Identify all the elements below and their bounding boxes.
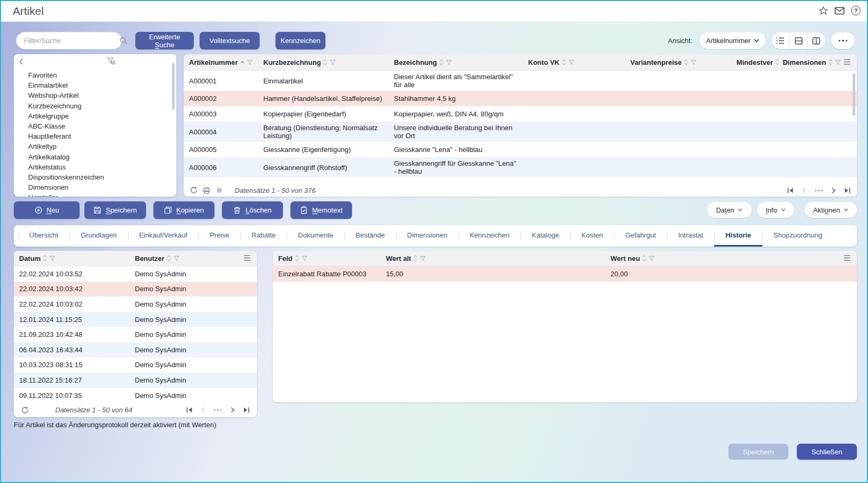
next-page-icon[interactable] <box>831 188 836 193</box>
tree-item[interactable]: › Artikeltyp <box>14 141 176 151</box>
mail-icon[interactable] <box>835 6 845 15</box>
table-row[interactable]: A000005 Giesskanne (Eigenfertigung) Gies… <box>184 142 857 157</box>
table-row[interactable]: 22.02.2024 10:03:52 Demo SysAdmin <box>14 266 257 282</box>
filter-clear-icon[interactable] <box>107 57 115 66</box>
first-page-icon[interactable] <box>186 407 193 413</box>
help-icon[interactable] <box>851 6 861 15</box>
fulltext-search-button[interactable]: Volltextsuche <box>200 32 260 49</box>
tab[interactable]: Kosten <box>570 225 614 247</box>
next-page-icon[interactable] <box>230 407 235 413</box>
column-menu-icon[interactable] <box>844 58 850 66</box>
column-header-kurzbezeichnung[interactable]: Kurzbezeichnung <box>263 58 394 66</box>
tree-item[interactable]: › Favoriten <box>14 70 176 80</box>
column-header-feld[interactable]: Feld <box>278 255 386 262</box>
info-menu-button[interactable]: Info <box>757 202 794 218</box>
column-header-wert-neu[interactable]: Wert neu <box>611 255 844 262</box>
tab[interactable]: Intrastat <box>667 225 714 247</box>
column-header-benutzer[interactable]: Benutzer <box>135 255 179 262</box>
tab[interactable]: Bestände <box>345 225 396 247</box>
tab[interactable]: Historie <box>714 225 762 247</box>
table-row[interactable]: 10.03.2023 08:31:15 Demo SysAdmin <box>14 358 257 373</box>
tree-item[interactable]: › Einmalartikel <box>14 80 176 90</box>
tab[interactable]: Grundlagen <box>70 225 128 247</box>
column-header-datum[interactable]: Datum <box>19 255 135 262</box>
tree-item[interactable]: › Kurzbezeichnung <box>14 101 176 111</box>
tree-scrollbar[interactable] <box>172 63 175 109</box>
save-footer-button[interactable]: Speichern <box>728 444 788 460</box>
table-row[interactable]: 22.02.2024 10:03:42 Demo SysAdmin <box>14 282 257 297</box>
table-row[interactable]: Einzelrabatt Rabatte P00003 15,00 20,00 <box>273 266 857 282</box>
tab[interactable]: Dokumente <box>287 225 344 247</box>
split-horizontal-icon[interactable] <box>789 32 807 49</box>
tree-item[interactable]: › Dimensionen <box>14 182 176 192</box>
column-header-dimensionen[interactable]: Dimensionen <box>788 58 841 66</box>
tab[interactable]: Rabatte <box>240 225 287 247</box>
pages-ellipsis-icon[interactable] <box>214 409 222 411</box>
tab[interactable]: Gefahrgut <box>614 225 667 247</box>
copy-button[interactable]: Kopieren <box>153 201 214 219</box>
column-header-mindestver[interactable]: Mindestver <box>697 58 788 66</box>
table-row[interactable]: A000004 Beratung (Dienstleistung; Normal… <box>184 122 857 142</box>
close-button[interactable]: Schließen <box>797 444 857 460</box>
tab[interactable]: Übersicht <box>18 225 70 247</box>
settings-gear-icon[interactable] <box>216 187 223 194</box>
tab[interactable]: Kennzeichen <box>459 225 521 247</box>
last-page-icon[interactable] <box>243 407 250 413</box>
table-row[interactable]: A000006 Giesskannengriff (Rohstoff) Gies… <box>184 157 857 177</box>
first-page-icon[interactable] <box>787 188 794 193</box>
tree-item[interactable]: › Artikelgruppe <box>14 111 176 121</box>
table-row[interactable]: 18.11.2022 15:16:27 Demo SysAdmin <box>14 372 257 388</box>
tree-item[interactable]: › Artikelstatus <box>14 162 176 172</box>
favorite-star-icon[interactable] <box>819 6 828 15</box>
memotext-button[interactable]: Memotext <box>290 201 352 219</box>
articles-table-header: Artikelnummer Kurzbezeichnung Bezeichnun… <box>184 54 857 71</box>
column-header-konto-vk[interactable]: Konto VK <box>524 58 574 66</box>
save-button[interactable]: Speichern <box>84 201 146 219</box>
table-scrollbar[interactable] <box>853 73 855 116</box>
column-header-bezeichnung[interactable]: Bezeichnung <box>394 58 524 66</box>
tab[interactable]: Kataloge <box>521 225 570 247</box>
prev-page-icon[interactable] <box>201 407 205 413</box>
table-row[interactable]: 12.01.2024 11:15:25 Demo SysAdmin <box>14 312 257 327</box>
table-row[interactable]: 21.09.2023 10:42:48 Demo SysAdmin <box>14 327 257 342</box>
table-row[interactable]: 06.04.2023 16:43:44 Demo SysAdmin <box>14 342 257 358</box>
last-page-icon[interactable] <box>844 188 850 193</box>
tree-item[interactable]: › Artikelkatalog <box>14 152 176 162</box>
column-header-wert-alt[interactable]: Wert alt <box>386 255 611 262</box>
search-input[interactable] <box>23 36 119 45</box>
table-row[interactable]: 22.02.2024 10:03:02 Demo SysAdmin <box>14 296 257 312</box>
table-row[interactable]: A000002 Hammer (Handelsartikel, Staffelp… <box>184 91 857 106</box>
delete-button[interactable]: Löschen <box>222 201 283 219</box>
print-icon[interactable] <box>203 187 210 194</box>
tree-item[interactable]: › Hersteller <box>14 192 176 197</box>
tree-item[interactable]: › ABC-Klasse <box>14 121 176 131</box>
table-row[interactable]: A000003 Kopierpapier (Eigenbedarf) Kopie… <box>184 106 857 122</box>
new-button[interactable]: Neu <box>14 201 80 219</box>
tree-item[interactable]: › Webshop-Artikel <box>14 90 176 100</box>
aktionen-menu-button[interactable]: Aktionen <box>805 202 857 218</box>
column-header-artikelnummer[interactable]: Artikelnummer <box>189 58 263 66</box>
prev-page-icon[interactable] <box>802 188 806 193</box>
table-row[interactable]: 09.11.2022 10:07:35 Demo SysAdmin <box>14 388 257 403</box>
view-select[interactable]: Artikelnummer <box>700 32 766 49</box>
list-view-icon[interactable] <box>772 32 789 49</box>
column-header-variantenpreise[interactable]: Variantenpreise <box>574 58 697 66</box>
more-options-button[interactable] <box>831 32 855 49</box>
collapse-tree-icon[interactable] <box>19 58 23 66</box>
flags-button[interactable]: Kennzeichen <box>276 32 325 49</box>
tab[interactable]: Einkauf/Verkauf <box>128 225 199 247</box>
tree-item[interactable]: › Hauptlieferant <box>14 131 176 141</box>
column-menu-icon[interactable] <box>844 255 850 262</box>
tab[interactable]: Dimensionen <box>396 225 459 247</box>
refresh-icon[interactable] <box>21 406 29 414</box>
split-vertical-icon[interactable] <box>807 32 825 49</box>
advanced-search-button[interactable]: Erweiterte Suche <box>135 32 194 49</box>
tab[interactable]: Preise <box>199 225 240 247</box>
daten-menu-button[interactable]: Daten <box>707 202 752 218</box>
pages-ellipsis-icon[interactable] <box>815 190 823 191</box>
refresh-icon[interactable] <box>190 187 197 194</box>
column-menu-icon[interactable] <box>244 255 251 262</box>
tab[interactable]: Shopzuordnung <box>762 225 833 247</box>
table-row[interactable]: A000001 Einmalartikel Dieser Artikel die… <box>184 71 857 91</box>
tree-item[interactable]: › Dispositionskennzeichen <box>14 172 176 182</box>
